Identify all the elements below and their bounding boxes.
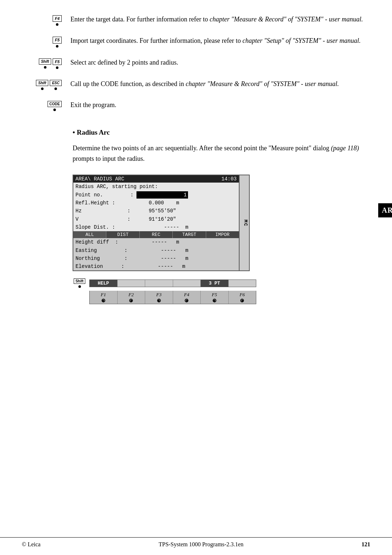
- menu-targt[interactable]: TARGT: [173, 231, 206, 238]
- screen-row: Radius ARC, starting point:: [73, 183, 239, 191]
- shift-fn-key-icon: Shift: [74, 278, 85, 284]
- shift2-dot: [41, 87, 44, 90]
- key-f5: F5: [22, 36, 62, 47]
- screen-wrapper: AREA\ RADIUS ARC 14:03 Radius ARC, start…: [0, 175, 392, 271]
- footer-right: 121: [362, 541, 370, 548]
- fn-key-f1[interactable]: F1: [90, 291, 118, 304]
- screen-row: Easting : ----- m: [73, 246, 239, 254]
- code-text: Exit the program.: [70, 100, 370, 110]
- key-f4: F4: [22, 15, 62, 26]
- screen-row: Height diff : ----- m: [73, 238, 239, 246]
- f2-button[interactable]: [129, 299, 133, 302]
- code-key-icon: CODE: [48, 101, 62, 107]
- point-no-value: 1: [136, 191, 188, 199]
- footer-left: © Leica: [22, 541, 41, 548]
- screen-title-row: AREA\ RADIUS ARC 14:03: [73, 175, 239, 183]
- menu-all[interactable]: ALL: [73, 231, 106, 238]
- esc-dot: [54, 87, 57, 90]
- shift-dot: [44, 66, 46, 69]
- device-screen: AREA\ RADIUS ARC 14:03 Radius ARC, start…: [73, 175, 240, 271]
- screen-row: Refl.Height : 0.000 m: [73, 199, 239, 207]
- fn-cell-3: [145, 280, 173, 287]
- ar-tab: AR: [378, 203, 392, 217]
- key-shift-esc: Shift ESC: [22, 79, 62, 90]
- shift-key-icon: Shift: [39, 58, 51, 65]
- f6-button[interactable]: [240, 299, 244, 302]
- f4-button[interactable]: [185, 299, 188, 302]
- menu-dist[interactable]: DIST: [106, 231, 139, 238]
- shift-esc-text: Call up the CODE function, as described …: [70, 79, 370, 89]
- screen-body: Radius ARC, starting point: Point no. : …: [73, 183, 239, 270]
- fn-keys-row: F1 F2 F3 F4 F5: [89, 291, 256, 304]
- code-dot: [53, 109, 56, 111]
- f5-text: Import target coordinates. For further i…: [70, 36, 370, 46]
- f5-button[interactable]: [213, 299, 216, 302]
- f5-dot: [56, 45, 58, 48]
- list-item: F5 Import target coordinates. For furthe…: [22, 36, 370, 47]
- f4-key-icon: F4: [53, 15, 62, 22]
- f1-button[interactable]: [102, 299, 105, 302]
- screen-row: Slope Dist. : ----- m: [73, 223, 239, 231]
- f5-key-icon: F5: [53, 37, 62, 43]
- fn-keys-wrapper: F1 F2 F3 F4 F5: [73, 291, 392, 304]
- screen-row: Elevation : ----- m: [73, 262, 239, 270]
- f5b-key-icon: F5: [53, 58, 62, 65]
- f3-button[interactable]: [157, 299, 161, 302]
- fn-key-f4[interactable]: F4: [173, 291, 201, 304]
- shift-fn-dot: [78, 285, 81, 288]
- fn-key-f5[interactable]: F5: [201, 291, 229, 304]
- screen-menu-row: ALL DIST REC TARGT IMPOR: [73, 231, 239, 238]
- fn-bar-wrapper: Shift HELP 3 PT: [73, 278, 392, 288]
- fn-bar: HELP 3 PT: [89, 279, 256, 287]
- shift-f5-text: Select arc defined by 2 points and radiu…: [70, 58, 370, 68]
- fn-cell-help[interactable]: HELP: [90, 280, 118, 287]
- screen-row: Point no. : 1: [73, 191, 239, 199]
- menu-rec[interactable]: REC: [140, 231, 173, 238]
- list-item: F4 Enter the target data. For further in…: [22, 15, 370, 26]
- page-footer: © Leica TPS-System 1000 Programs-2.3.1en…: [0, 537, 392, 548]
- fn-cell-2: [118, 280, 146, 287]
- shift-key-wrapper: Shift: [73, 278, 86, 288]
- f4-dot: [56, 23, 58, 26]
- fn-section: Shift HELP 3 PT F1 F2: [0, 278, 392, 307]
- radius-arc-title: • Radius Arc: [73, 128, 370, 136]
- list-item: CODE Exit the program.: [22, 100, 370, 111]
- screen-lower: Height diff : ----- m Easting : ----- m …: [73, 238, 239, 270]
- shift2-key-icon: Shift: [36, 80, 48, 86]
- mc-sidebar: MC: [240, 175, 250, 271]
- f4-text: Enter the target data. For further infor…: [70, 15, 370, 24]
- key-shift-f5: Shift F5: [22, 58, 62, 69]
- fn-key-f2[interactable]: F2: [118, 291, 146, 304]
- key-code: CODE: [22, 100, 62, 111]
- fn-key-f6[interactable]: F6: [229, 291, 256, 304]
- menu-impor[interactable]: IMPOR: [206, 231, 239, 238]
- fn-key-f3[interactable]: F3: [145, 291, 173, 304]
- screen-container: AREA\ RADIUS ARC 14:03 Radius ARC, start…: [73, 175, 250, 271]
- screen-title-right: 14:03: [221, 176, 237, 182]
- radius-arc-section: • Radius Arc Determine the two points of…: [0, 121, 392, 175]
- screen-row: Northing : ----- m: [73, 254, 239, 262]
- screen-row: V : 91°16'20": [73, 215, 239, 223]
- footer-center: TPS-System 1000 Programs-2.3.1en: [159, 541, 244, 548]
- fn-cell-6: [229, 280, 256, 287]
- screen-title-left: AREA\ RADIUS ARC: [75, 176, 124, 182]
- radius-arc-desc: Determine the two points of an arc seque…: [73, 143, 370, 164]
- fn-cell-3pt[interactable]: 3 PT: [201, 280, 229, 287]
- screen-row: Hz : 95°55'50": [73, 207, 239, 215]
- page: AR F4 Enter the target data. For further…: [0, 0, 392, 555]
- content-section: F4 Enter the target data. For further in…: [0, 15, 392, 121]
- f5b-dot: [56, 66, 58, 69]
- fn-cell-4: [173, 280, 201, 287]
- list-item: Shift F5 Select arc defined by 2 points …: [22, 58, 370, 69]
- list-item: Shift ESC Call up the CODE function, as …: [22, 79, 370, 90]
- esc-key-icon: ESC: [50, 80, 62, 86]
